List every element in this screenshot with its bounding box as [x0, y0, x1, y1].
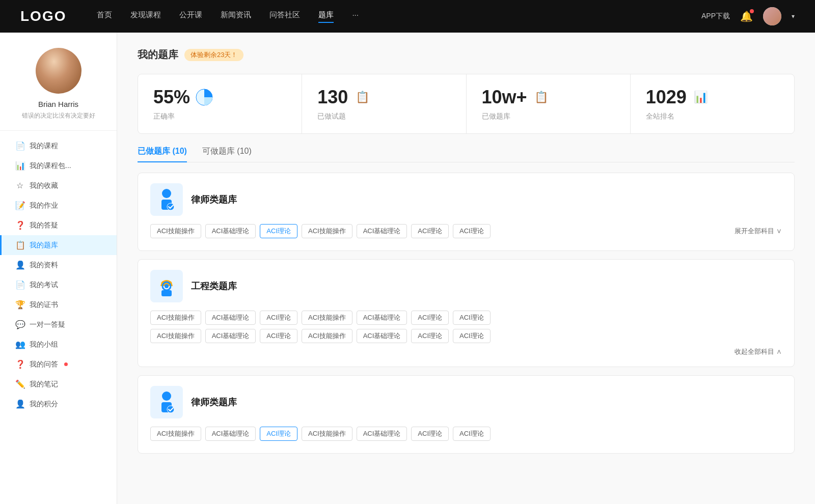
avatar: [36, 48, 82, 94]
stat-label-0: 正确率: [153, 112, 286, 121]
pie-chart-icon: [195, 88, 213, 106]
menu-icon-7: 📄: [15, 280, 24, 290]
tag-1-6[interactable]: ACI理论: [453, 311, 491, 325]
tag-0-5[interactable]: ACI理论: [411, 224, 449, 238]
bank-icon-2: [150, 386, 183, 418]
nav-item-3[interactable]: 新闻资讯: [221, 10, 251, 23]
tag-2-0[interactable]: ACI技能操作: [150, 427, 201, 441]
nav-item-5[interactable]: 题库: [318, 10, 334, 23]
user-menu-chevron[interactable]: ▾: [792, 13, 795, 20]
tag-0-3[interactable]: ACI技能操作: [302, 224, 352, 238]
stat-value-3: 1029: [646, 87, 687, 108]
tab-0[interactable]: 已做题库 (10): [138, 146, 187, 162]
tag2-1-1[interactable]: ACI基础理论: [205, 329, 256, 343]
lawyer-icon: [156, 187, 177, 212]
nav-item-4[interactable]: 问答社区: [269, 10, 300, 23]
sidebar-item-12[interactable]: ✏️ 我的笔记: [0, 374, 117, 394]
tag-0-4[interactable]: ACI基础理论: [357, 224, 408, 238]
stat-icon-2: 📋: [532, 88, 551, 106]
menu-label-1: 我的课程包...: [30, 161, 71, 171]
bank-title-1: 工程类题库: [191, 280, 237, 292]
sidebar-item-13[interactable]: 👤 我的积分: [0, 394, 117, 414]
tag2-1-5[interactable]: ACI理论: [411, 329, 449, 343]
doc-green-icon: 📋: [356, 91, 369, 104]
sidebar-item-3[interactable]: 📝 我的作业: [0, 195, 117, 215]
trial-badge: 体验剩余23天！: [184, 49, 243, 61]
tag-2-4[interactable]: ACI基础理论: [357, 427, 408, 441]
tab-1[interactable]: 可做题库 (10): [202, 146, 252, 162]
tag2-1-6[interactable]: ACI理论: [453, 329, 491, 343]
stat-card-1: 130 📋 已做试题: [302, 74, 466, 133]
user-avatar-nav[interactable]: [763, 7, 781, 25]
tag-2-3[interactable]: ACI技能操作: [302, 427, 352, 441]
navbar-right: APP下载 🔔 ▾: [701, 7, 795, 25]
collapse-link-1[interactable]: 收起全部科目 ∧: [150, 347, 782, 356]
menu-label-12: 我的笔记: [30, 380, 58, 389]
tag-0-2[interactable]: ACI理论: [260, 224, 297, 238]
tag-2-5[interactable]: ACI理论: [411, 427, 449, 441]
bank-icon-1: [150, 270, 183, 302]
sidebar-item-11[interactable]: ❓ 我的问答: [0, 354, 117, 374]
stat-card-3: 1029 📊 全站排名: [631, 74, 794, 133]
stat-value-1: 130: [317, 87, 348, 108]
tag-1-0[interactable]: ACI技能操作: [150, 311, 201, 325]
bank-cards-container: 律师类题库 ACI技能操作ACI基础理论ACI理论ACI技能操作ACI基础理论A…: [138, 173, 795, 454]
tag2-1-0[interactable]: ACI技能操作: [150, 329, 201, 343]
navbar: LOGO 首页发现课程公开课新闻资讯问答社区题库··· APP下载 🔔 ▾: [0, 0, 815, 33]
menu-icon-11: ❓: [15, 359, 24, 369]
tag-2-6[interactable]: ACI理论: [453, 427, 491, 441]
nav-item-6[interactable]: ···: [352, 10, 359, 23]
tag-1-5[interactable]: ACI理论: [411, 311, 449, 325]
tags-row2-1: ACI技能操作ACI基础理论ACI理论ACI技能操作ACI基础理论ACI理论AC…: [150, 329, 782, 343]
tag-0-6[interactable]: ACI理论: [453, 224, 491, 238]
avatar-image: [36, 48, 82, 94]
sidebar-item-8[interactable]: 🏆 我的证书: [0, 295, 117, 315]
tag-2-1[interactable]: ACI基础理论: [205, 427, 256, 441]
notification-dot: [750, 9, 754, 13]
sidebar-item-5[interactable]: 📋 我的题库: [0, 235, 117, 255]
stat-top-1: 130 📋: [317, 87, 450, 108]
sidebar-item-1[interactable]: 📊 我的课程包...: [0, 156, 117, 176]
tag-1-4[interactable]: ACI基础理论: [357, 311, 408, 325]
menu-icon-12: ✏️: [15, 379, 24, 389]
menu-icon-5: 📋: [15, 240, 24, 250]
tag-1-3[interactable]: ACI技能操作: [302, 311, 352, 325]
nav-item-1[interactable]: 发现课程: [130, 10, 161, 23]
menu-icon-3: 📝: [15, 201, 24, 210]
nav-item-0[interactable]: 首页: [97, 10, 112, 23]
tag-2-2[interactable]: ACI理论: [260, 427, 297, 441]
app-download-button[interactable]: APP下载: [701, 12, 730, 21]
menu-label-8: 我的证书: [30, 300, 58, 310]
bank-title-0: 律师类题库: [191, 193, 237, 206]
menu-label-4: 我的答疑: [30, 221, 58, 230]
tag-1-1[interactable]: ACI基础理论: [205, 311, 256, 325]
sidebar-item-7[interactable]: 📄 我的考试: [0, 275, 117, 295]
tag-0-0[interactable]: ACI技能操作: [150, 224, 201, 238]
stat-top-3: 1029 📊: [646, 87, 779, 108]
menu-icon-6: 👤: [15, 260, 24, 270]
tag2-1-3[interactable]: ACI技能操作: [302, 329, 352, 343]
nav-item-2[interactable]: 公开课: [179, 10, 202, 23]
sidebar-item-9[interactable]: 💬 一对一答疑: [0, 315, 117, 334]
sidebar-item-2[interactable]: ☆ 我的收藏: [0, 176, 117, 195]
tags-row-2: ACI技能操作ACI基础理论ACI理论ACI技能操作ACI基础理论ACI理论AC…: [150, 427, 782, 441]
tag2-1-4[interactable]: ACI基础理论: [357, 329, 408, 343]
bank-card-1: 工程类题库 ACI技能操作ACI基础理论ACI理论ACI技能操作ACI基础理论A…: [138, 259, 795, 367]
sidebar-item-6[interactable]: 👤 我的资料: [0, 255, 117, 275]
sidebar-item-10[interactable]: 👥 我的小组: [0, 334, 117, 354]
tags-row-0: ACI技能操作ACI基础理论ACI理论ACI技能操作ACI基础理论ACI理论AC…: [150, 224, 782, 238]
tag2-1-2[interactable]: ACI理论: [260, 329, 297, 343]
stat-icon-1: 📋: [353, 88, 371, 106]
nav-menu: 首页发现课程公开课新闻资讯问答社区题库···: [97, 10, 701, 23]
bar-chart-icon: 📊: [694, 91, 708, 104]
stat-top-0: 55%: [153, 87, 286, 108]
tag-1-2[interactable]: ACI理论: [260, 311, 297, 325]
tag-0-1[interactable]: ACI基础理论: [205, 224, 256, 238]
sidebar-item-0[interactable]: 📄 我的课程: [0, 136, 117, 156]
menu-icon-10: 👥: [15, 340, 24, 349]
logo[interactable]: LOGO: [20, 8, 66, 24]
menu-label-3: 我的作业: [30, 201, 58, 210]
expand-link-0[interactable]: 展开全部科目 ∨: [735, 227, 782, 236]
notification-bell[interactable]: 🔔: [740, 10, 753, 22]
sidebar-item-4[interactable]: ❓ 我的答疑: [0, 215, 117, 235]
